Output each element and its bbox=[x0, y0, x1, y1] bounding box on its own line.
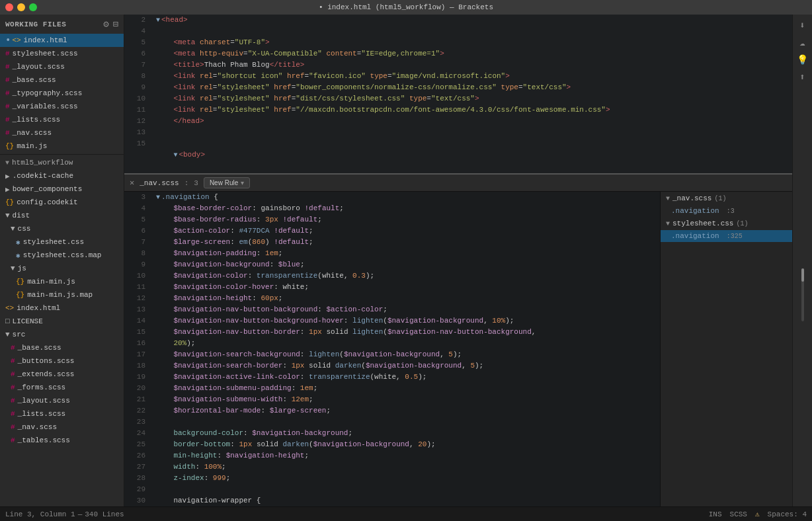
file-config-codekit[interactable]: {} config.codekit bbox=[0, 196, 124, 209]
inline-result-header-css[interactable]: ▼ stylesheet.css (1) bbox=[661, 217, 792, 230]
working-file-main-js[interactable]: {} main.js bbox=[0, 140, 124, 153]
file-name: index.html bbox=[24, 36, 67, 44]
code-line: $base-border-color: gainsboro !default; bbox=[156, 203, 655, 214]
file-nav-scss[interactable]: # _nav.scss bbox=[0, 421, 124, 434]
code-line: ▼.navigation { bbox=[156, 192, 655, 203]
lightbulb-icon[interactable]: 💡 bbox=[795, 52, 811, 67]
code-line: $navigation-color: transparentize(white,… bbox=[156, 270, 655, 282]
result-chevron-icon: ▼ bbox=[666, 195, 670, 202]
working-file-lists[interactable]: # _lists.scss bbox=[0, 113, 124, 126]
download-icon[interactable]: ⬇ bbox=[795, 17, 811, 33]
js-icon: {} bbox=[16, 278, 24, 286]
close-button[interactable] bbox=[5, 3, 13, 11]
file-base-scss[interactable]: # _base.scss bbox=[0, 341, 124, 354]
spaces-label: Spaces: 4 bbox=[768, 510, 807, 518]
minimize-button[interactable] bbox=[17, 3, 25, 11]
working-file-nav[interactable]: # _nav.scss bbox=[0, 126, 124, 140]
code-line bbox=[156, 26, 787, 37]
code-line: <link rel="shortcut icon" href="favicon.… bbox=[156, 71, 787, 82]
inline-line-number: 3 bbox=[194, 179, 198, 187]
inline-pane-body: 3 4 5 6 7 8 9 10 11 12 13 14 15 16 bbox=[124, 192, 792, 506]
folder-name: css bbox=[18, 225, 31, 233]
file-lists-scss[interactable]: # _lists.scss bbox=[0, 407, 124, 421]
file-name: _tables.scss bbox=[18, 436, 70, 444]
spaces-setting[interactable]: Spaces: 4 bbox=[768, 510, 807, 518]
settings-icon[interactable]: ⚙ bbox=[103, 19, 108, 30]
scss-icon: # bbox=[11, 357, 15, 365]
new-rule-button[interactable]: New Rule ▾ bbox=[204, 177, 250, 188]
file-mode[interactable]: SCSS bbox=[730, 510, 747, 518]
result-filename: _nav.scss bbox=[672, 194, 711, 202]
folder-css[interactable]: ▼ css bbox=[0, 222, 124, 235]
insert-mode[interactable]: INS bbox=[709, 510, 722, 518]
code-line: min-height: $navigation-height; bbox=[156, 450, 655, 461]
file-name: _base.scss bbox=[18, 344, 61, 352]
status-separator: — bbox=[78, 510, 83, 518]
scss-icon: # bbox=[11, 410, 15, 418]
file-license[interactable]: □ LICENSE bbox=[0, 315, 124, 328]
folder-codekit-cache[interactable]: ▶ .codekit-cache bbox=[0, 169, 124, 182]
code-line: $navigation-nav-button-background-hover:… bbox=[156, 315, 655, 327]
inline-result-css-navigation[interactable]: .navigation :325 bbox=[661, 230, 792, 242]
code-line: ▼<section class="navigation main" role="… bbox=[156, 172, 787, 173]
file-extends-scss[interactable]: # _extends.scss bbox=[0, 368, 124, 381]
scss-icon: # bbox=[5, 76, 10, 84]
file-main-min-map[interactable]: {} main-min.js.map bbox=[0, 288, 124, 301]
js-icon: {} bbox=[5, 142, 14, 150]
code-line: $navigation-submenu-width: 12em; bbox=[156, 394, 655, 405]
folder-js[interactable]: ▼ js bbox=[0, 262, 124, 275]
folder-icon: ▼ bbox=[11, 264, 15, 272]
file-main-min-js[interactable]: {} main-min.js bbox=[0, 275, 124, 288]
working-file-base[interactable]: # _base.scss bbox=[0, 73, 124, 87]
file-stylesheet-css[interactable]: ✱ stylesheet.css bbox=[0, 235, 124, 249]
split-icon[interactable]: ⊟ bbox=[113, 19, 118, 30]
file-stylesheet-map[interactable]: ✱ stylesheet.css.map bbox=[0, 249, 124, 262]
working-file-stylesheet[interactable]: # stylesheet.scss bbox=[0, 47, 124, 60]
warning-indicator[interactable]: ⚠ bbox=[755, 510, 760, 518]
scss-icon: # bbox=[5, 102, 10, 110]
scss-icon: # bbox=[11, 344, 15, 352]
code-line bbox=[156, 484, 655, 495]
inline-result-nav-navigation[interactable]: .navigation :3 bbox=[661, 205, 792, 217]
result-count: (1) bbox=[736, 220, 748, 227]
inline-separator: : bbox=[184, 179, 189, 187]
file-name: stylesheet.css.map bbox=[23, 251, 102, 259]
code-line: navigation-wrapper { bbox=[156, 495, 655, 506]
file-index-html[interactable]: <> index.html bbox=[0, 301, 124, 315]
folder-dist[interactable]: ▼ dist bbox=[0, 209, 124, 222]
cloud-icon[interactable]: ☁ bbox=[795, 34, 811, 50]
inline-editor-pane: ✕ _nav.scss : 3 New Rule ▾ 3 4 5 6 bbox=[124, 173, 792, 506]
maximize-button[interactable] bbox=[29, 3, 37, 11]
folder-icon: ▼ bbox=[5, 331, 10, 339]
working-file-typography[interactable]: # _typography.scss bbox=[0, 87, 124, 100]
upload-icon[interactable]: ⬆ bbox=[795, 69, 811, 85]
file-name: _lists.scss bbox=[18, 410, 66, 418]
file-forms-scss[interactable]: # _forms.scss bbox=[0, 381, 124, 394]
cursor-position: Line 3, Column 1 — 340 Lines bbox=[5, 510, 124, 518]
inline-result-header-nav[interactable]: ▼ _nav.scss (1) bbox=[661, 192, 792, 205]
working-files-actions: ⚙ ⊟ bbox=[103, 19, 118, 30]
file-layout-scss[interactable]: # _layout.scss bbox=[0, 394, 124, 407]
code-line: <link rel="stylesheet" href="dist/css/st… bbox=[156, 93, 787, 104]
code-line: $base-border-radius: 3px !default; bbox=[156, 214, 655, 225]
file-buttons-scss[interactable]: # _buttons.scss bbox=[0, 354, 124, 368]
file-name: main-min.js.map bbox=[27, 291, 93, 299]
working-files-list: • <> index.html # stylesheet.scss # _lay… bbox=[0, 34, 124, 506]
inline-code-view[interactable]: 3 4 5 6 7 8 9 10 11 12 13 14 15 16 bbox=[124, 192, 660, 506]
sidebar: Working Files ⚙ ⊟ • <> index.html # styl… bbox=[0, 15, 124, 506]
inline-line-numbers: 3 4 5 6 7 8 9 10 11 12 13 14 15 16 bbox=[124, 192, 151, 506]
inline-filename: _nav.scss bbox=[140, 179, 179, 187]
folder-icon: ▶ bbox=[5, 172, 10, 180]
scss-icon: # bbox=[11, 397, 15, 405]
file-tables-scss[interactable]: # _tables.scss bbox=[0, 434, 124, 447]
project-header[interactable]: ▼ html5_workflow bbox=[0, 156, 124, 169]
folder-bower[interactable]: ▶ bower_components bbox=[0, 182, 124, 196]
working-file-variables[interactable]: # _variables.scss bbox=[0, 100, 124, 113]
window-controls[interactable] bbox=[5, 3, 37, 11]
working-file-layout[interactable]: # _layout.scss bbox=[0, 60, 124, 73]
scss-icon: # bbox=[11, 436, 15, 444]
top-code-view[interactable]: 2 4 5 6 7 8 9 10 11 12 13 15 bbox=[124, 15, 792, 173]
folder-src[interactable]: ▼ src bbox=[0, 328, 124, 341]
inline-close-button[interactable]: ✕ bbox=[130, 178, 134, 188]
working-file-index-html[interactable]: • <> index.html bbox=[0, 34, 124, 47]
